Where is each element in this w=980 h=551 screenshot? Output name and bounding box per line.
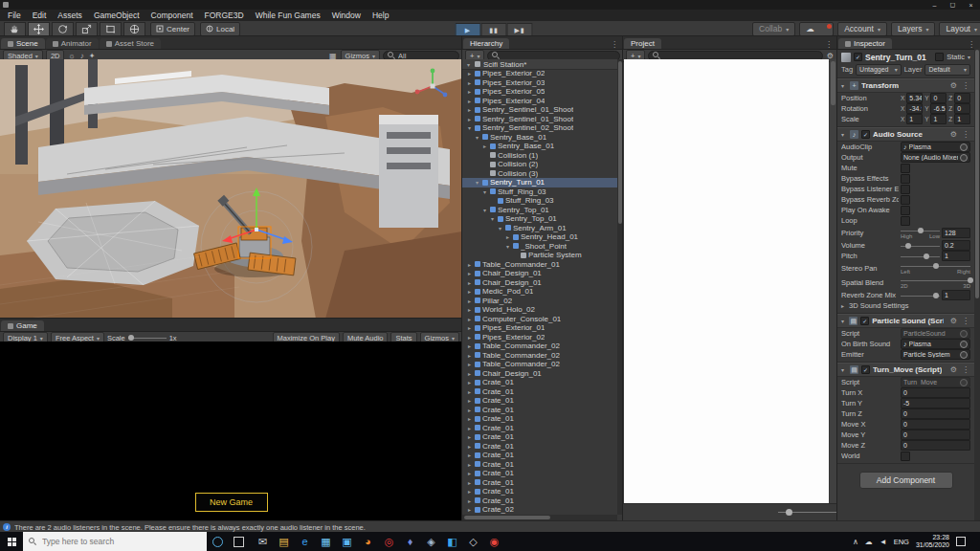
foldout-icon[interactable]: ▾ [466, 124, 473, 131]
hierarchy-item[interactable]: ▸Chair_Design_01 [462, 278, 617, 288]
step-button[interactable]: ▶▮ [507, 23, 533, 37]
slider-knob[interactable] [918, 228, 924, 233]
scrollbar-thumb[interactable] [975, 50, 979, 298]
foldout-icon[interactable]: ▸ [466, 452, 473, 458]
hierarchy-item[interactable]: ▸Table_Commander_02 [462, 342, 617, 351]
hierarchy-item[interactable]: ▸Crate_01 [462, 487, 617, 496]
scale-knob[interactable] [128, 335, 134, 341]
hierarchy-item[interactable]: ▾Sentry_Sentinel_02_Shoot [462, 123, 617, 133]
cloud-services-button[interactable]: ☁ [799, 22, 834, 36]
component-enabled-checkbox[interactable]: ✓ [861, 365, 870, 374]
hierarchy-item[interactable]: ▸Pipes_Exterior_02 [462, 333, 617, 342]
space-toggle-button[interactable]: Local [200, 22, 240, 36]
hierarchy-item[interactable]: ▸Pipes_Exterior_02 [462, 69, 617, 78]
close-button[interactable]: × [962, 0, 980, 10]
position-z-field[interactable]: 0 [954, 93, 970, 103]
scale-x-field[interactable]: 1 [906, 114, 923, 124]
hierarchy-item[interactable]: ▾Sentry_Top_01 [462, 206, 617, 215]
component-enabled-checkbox[interactable]: ✓ [861, 130, 870, 139]
hierarchy-item[interactable]: ▸Pipes_Exterior_03 [462, 78, 617, 88]
bypass-reverb-zones-checkbox[interactable] [901, 195, 910, 205]
priority-value-field[interactable]: 128 [942, 228, 970, 238]
hierarchy-item[interactable]: ▸Crate_01 [462, 378, 617, 387]
edge-icon[interactable]: e [295, 532, 315, 551]
play-on-awake-checkbox[interactable] [901, 206, 910, 215]
menu-assets[interactable]: Assets [52, 11, 88, 20]
hierarchy-item[interactable]: ▾Stuff_Ring_03 [462, 187, 617, 197]
hierarchy-item[interactable]: ▸Table_Commander_02 [462, 351, 617, 361]
turn-y-field[interactable]: -5 [901, 398, 970, 408]
more-icon[interactable]: ⋮ [961, 81, 970, 90]
hierarchy-item[interactable]: ▸Pipes_Exterior_01 [462, 323, 617, 333]
spatial-blend-slider[interactable]: 2D3D [901, 276, 970, 290]
more-icon[interactable]: ⋮ [961, 317, 970, 325]
opera-icon[interactable]: ◎ [379, 532, 399, 551]
move-z-field[interactable]: 0 [901, 440, 970, 451]
object-picker-icon[interactable] [960, 154, 968, 162]
menu-component[interactable]: Component [145, 11, 199, 20]
project-vertical-scrollbar[interactable] [830, 59, 836, 504]
rotation-x-field[interactable]: -34.95 [906, 103, 923, 114]
hierarchy-item[interactable]: ▾_Shoot_Point [462, 242, 617, 252]
game-viewport[interactable]: New Game [0, 342, 462, 520]
foldout-icon[interactable]: ▾ [841, 318, 846, 324]
scale-track[interactable] [128, 338, 167, 339]
move-y-field[interactable]: 0 [901, 430, 970, 440]
turn-z-field[interactable]: 0 [901, 408, 970, 419]
scrollbar-thumb[interactable] [831, 61, 835, 105]
rect-tool-button[interactable] [100, 22, 122, 36]
foldout-icon[interactable]: ▸ [466, 361, 473, 367]
unity-icon[interactable]: ◇ [463, 532, 483, 551]
tab-hierarchy[interactable]: Hierarchy [463, 38, 509, 49]
foldout-icon[interactable]: ▸ [466, 407, 473, 413]
minimize-button[interactable]: – [925, 0, 944, 10]
slider-knob[interactable] [933, 263, 939, 269]
foldout-icon[interactable]: ▸ [466, 116, 473, 122]
hierarchy-item[interactable]: ▸Sentry_Sentinel_01_Shoot [462, 105, 617, 115]
gear-icon[interactable]: ⚙ [949, 365, 958, 374]
on-birth-sound-field[interactable]: ♪Plasma [901, 339, 970, 349]
foldout-icon[interactable]: ▾ [841, 131, 847, 138]
object-picker-icon[interactable] [960, 379, 968, 386]
foldout-icon[interactable]: ▸ [466, 98, 473, 104]
start-button[interactable] [0, 532, 23, 551]
pitch-slider[interactable] [901, 251, 940, 261]
foldout-icon[interactable]: ▸ [466, 497, 473, 504]
object-picker-icon[interactable] [960, 143, 968, 151]
vscode-icon[interactable]: ◧ [442, 532, 462, 551]
volume-icon[interactable]: ◄ [880, 538, 887, 546]
hierarchy-item[interactable]: Collision (3) [462, 169, 617, 179]
mail-icon[interactable]: ✉ [253, 532, 273, 551]
script-field[interactable]: ParticleSound [901, 328, 970, 339]
task-view-button[interactable] [228, 532, 249, 551]
transform-tool-button[interactable] [123, 22, 145, 36]
hierarchy-item[interactable]: Particle System [462, 251, 617, 260]
pitch-value-field[interactable]: 1 [942, 251, 970, 261]
hierarchy-item[interactable]: ▸Crate_01 [462, 406, 617, 415]
onedrive-icon[interactable]: ☁ [865, 538, 873, 546]
pivot-toggle-button[interactable]: Center [150, 22, 195, 36]
object-picker-icon[interactable] [960, 341, 968, 348]
foldout-icon[interactable]: ▸ [466, 488, 473, 495]
asset-zoom-slider[interactable] [778, 512, 837, 513]
panel-menu-icon[interactable]: ⋮ [821, 40, 836, 49]
menu-window[interactable]: Window [326, 11, 367, 20]
stereo-pan-slider[interactable]: LeftRight [901, 261, 970, 276]
foldout-icon[interactable]: ▸ [466, 261, 473, 268]
slider-knob[interactable] [924, 253, 929, 259]
menu-while-fun-games[interactable]: While Fun Games [250, 11, 326, 20]
foldout-icon[interactable]: ▾ [504, 243, 511, 250]
hierarchy-item[interactable]: ▸Crate_01 [462, 432, 617, 442]
hierarchy-item[interactable]: ▸Chair_Design_01 [462, 369, 617, 379]
foldout-icon[interactable]: ▾ [474, 179, 480, 186]
foldout-icon[interactable]: ▸ [466, 334, 473, 341]
foldout-icon[interactable]: ▾ [481, 188, 488, 195]
hierarchy-item[interactable]: ▾Sentry_Top_01 [462, 214, 617, 224]
taskbar-search-box[interactable] [23, 532, 207, 551]
bypass-effects-checkbox[interactable] [901, 174, 910, 184]
tray-expand-icon[interactable]: ∧ [853, 538, 858, 546]
scene-viewport-3d[interactable] [0, 59, 462, 319]
foldout-icon[interactable]: ▸ [466, 433, 473, 440]
hierarchy-item[interactable]: ▸Table_Commander_02 [462, 360, 617, 369]
foldout-icon[interactable]: ▾ [841, 366, 847, 373]
